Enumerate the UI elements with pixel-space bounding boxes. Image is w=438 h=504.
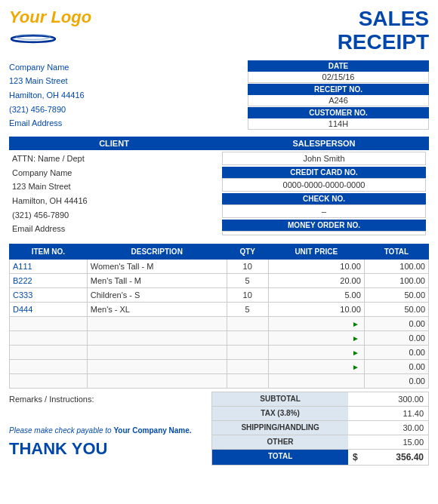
cell-total: 50.00 [364, 288, 428, 303]
cell-unit-price: 10.00 [268, 260, 364, 274]
customer-no-row: CUSTOMER NO. 114H [248, 107, 429, 130]
subtotal-row: SUBTOTAL 300.00 [211, 392, 429, 407]
customer-no-label: CUSTOMER NO. [248, 107, 429, 118]
salesperson-info: John Smith CREDIT CARD NO. 0000-0000-000… [219, 150, 429, 237]
cell-description: Men's Tall - M [87, 274, 227, 288]
tax-row: TAX (3.8%) 11.40 [211, 407, 429, 421]
total-row: TOTAL $ 356.40 [211, 450, 429, 466]
salesperson-box: SALESPERSON John Smith CREDIT CARD NO. 0… [219, 137, 429, 238]
cell-qty: 5 [227, 303, 268, 317]
col-description: DESCRIPTION [87, 244, 227, 260]
cell-item-no-empty [10, 360, 88, 374]
cell-item-no: C333 [10, 288, 88, 303]
company-email: Email Address [9, 116, 85, 131]
cell-unit-price-empty: ► [268, 346, 364, 360]
sales-receipt-title: SALES RECEIPT [338, 8, 429, 54]
header: Your Logo SALES RECEIPT [9, 8, 429, 54]
receipt-no-value: A246 [248, 95, 429, 106]
tax-value: 11.40 [348, 407, 428, 420]
cell-unit-price: 20.00 [268, 274, 364, 288]
summary-table: SUBTOTAL 300.00 TAX (3.8%) 11.40 SHIPPIN… [211, 392, 429, 466]
cell-item-no-empty [10, 317, 88, 331]
cell-total: 50.00 [364, 303, 428, 317]
company-name: Company Name [9, 60, 85, 75]
total-amount: 356.40 [396, 452, 424, 463]
cell-qty-empty [227, 346, 268, 360]
cell-qty-empty [227, 360, 268, 374]
cell-total: 100.00 [364, 274, 428, 288]
table-header-row: ITEM NO. DESCRIPTION QTY UNIT PRICE TOTA… [10, 244, 429, 260]
cell-description-empty [87, 317, 227, 331]
cell-unit-price-empty [268, 374, 364, 389]
cell-unit-price-empty: ► [268, 331, 364, 346]
green-arrow-icon: ► [352, 334, 359, 343]
cell-item-no-empty [10, 374, 88, 389]
cell-description-empty [87, 374, 227, 389]
svg-point-0 [11, 35, 55, 42]
thank-you: THANK YOU [9, 439, 211, 459]
cell-description-empty [87, 346, 227, 360]
table-row: C333 Children's - S 10 5.00 50.00 [10, 288, 429, 303]
page: Your Logo SALES RECEIPT Company Name 123… [0, 0, 438, 473]
cell-description: Children's - S [87, 288, 227, 303]
cell-unit-price: 10.00 [268, 303, 364, 317]
company-info: Company Name 123 Main Street Hamilton, O… [9, 60, 85, 131]
table-row-empty: 0.00 [10, 374, 429, 389]
cell-unit-price-empty: ► [268, 360, 364, 374]
money-order-value [222, 231, 426, 235]
receipt-no-row: RECEIPT NO. A246 [248, 84, 429, 106]
bottom-section: Remarks / Instructions: Please make chec… [9, 392, 429, 466]
cell-total-empty: 0.00 [364, 317, 428, 331]
cell-total-empty: 0.00 [364, 346, 428, 360]
cell-item-no-empty [10, 346, 88, 360]
credit-card-value: 0000-0000-0000-0000 [222, 178, 426, 192]
dollar-sign: $ [353, 452, 358, 463]
salesperson-header: SALESPERSON [219, 137, 429, 150]
cell-total-empty: 0.00 [364, 360, 428, 374]
cell-qty-empty [227, 331, 268, 346]
subtotal-label: SUBTOTAL [212, 392, 348, 406]
other-value: 15.00 [348, 435, 428, 449]
green-arrow-icon: ► [352, 320, 359, 328]
col-item-no: ITEM NO. [10, 244, 88, 260]
table-row: D444 Men's - XL 5 10.00 50.00 [10, 303, 429, 317]
table-row: B222 Men's Tall - M 5 20.00 100.00 [10, 274, 429, 288]
table-row: A111 Women's Tall - M 10 10.00 100.00 [10, 260, 429, 274]
tax-label: TAX (3.8%) [212, 407, 348, 420]
date-value: 02/15/16 [248, 72, 429, 83]
check-payable: Please make check payable to Your Compan… [9, 426, 211, 435]
receipt-no-label: RECEIPT NO. [248, 84, 429, 95]
title-area: SALES RECEIPT [338, 8, 429, 54]
company-phone: (321) 456-7890 [9, 103, 85, 117]
cell-total-empty: 0.00 [364, 331, 428, 346]
check-no-label: CHECK NO. [222, 193, 426, 204]
table-row-empty: ► 0.00 [10, 331, 429, 346]
total-label: TOTAL [212, 450, 348, 465]
green-arrow-icon: ► [352, 363, 359, 371]
cell-unit-price-empty: ► [268, 317, 364, 331]
cell-description: Women's Tall - M [87, 260, 227, 274]
customer-no-value: 114H [248, 118, 429, 130]
credit-card-label: CREDIT CARD NO. [222, 167, 426, 178]
cell-description-empty [87, 360, 227, 374]
client-header: CLIENT [9, 137, 219, 150]
table-row-empty: ► 0.00 [10, 360, 429, 374]
cell-description: Men's - XL [87, 303, 227, 317]
table-row-empty: ► 0.00 [10, 346, 429, 360]
items-table: ITEM NO. DESCRIPTION QTY UNIT PRICE TOTA… [9, 244, 429, 389]
company-city: Hamilton, OH 44416 [9, 88, 85, 103]
green-arrow-icon: ► [352, 349, 359, 357]
receipt-details: DATE 02/15/16 RECEIPT NO. A246 CUSTOMER … [248, 60, 429, 131]
cell-item-no: A111 [10, 260, 88, 274]
check-payable-text: Please make check payable to [9, 426, 112, 435]
other-label: OTHER [212, 435, 348, 449]
col-unit-price: UNIT PRICE [268, 244, 364, 260]
cell-qty-empty [227, 374, 268, 389]
shipping-value: 30.00 [348, 421, 428, 435]
salesperson-name: John Smith [222, 152, 426, 165]
logo-text: Your Logo [9, 8, 91, 27]
cell-qty: 10 [227, 288, 268, 303]
client-info: ATTN: Name / Dept Company Name 123 Main … [9, 150, 219, 238]
client-salesperson-section: CLIENT ATTN: Name / Dept Company Name 12… [9, 137, 429, 238]
client-email: Email Address [12, 222, 216, 236]
